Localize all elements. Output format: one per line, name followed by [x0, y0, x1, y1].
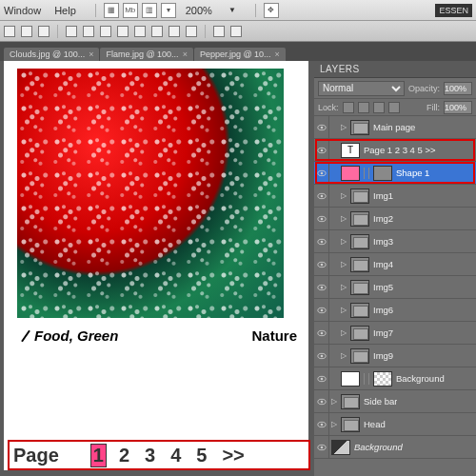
disclosure-icon[interactable]: ▷: [339, 260, 348, 268]
visibility-eye-icon[interactable]: [314, 139, 329, 161]
disclosure-icon[interactable]: ▷: [339, 214, 348, 223]
disclosure-icon[interactable]: ▷: [339, 328, 348, 337]
layer-name: Background: [396, 373, 445, 384]
tool-icon[interactable]: [4, 26, 15, 37]
layer-thumb: [331, 440, 350, 455]
visibility-eye-icon[interactable]: [314, 116, 329, 138]
menu-help[interactable]: Help: [54, 5, 76, 16]
layer-row[interactable]: ▷Side bar: [314, 390, 476, 413]
disclosure-icon[interactable]: ▷: [339, 237, 348, 246]
layer-row[interactable]: ▷Img2: [314, 208, 476, 230]
caption-right: Nature: [251, 327, 297, 344]
document-tab[interactable]: Clouds.jpg @ 100...×: [4, 48, 99, 61]
close-icon[interactable]: ×: [183, 50, 188, 59]
visibility-eye-icon[interactable]: [314, 367, 329, 389]
lock-transparent-icon[interactable]: [343, 102, 354, 113]
disclosure-icon[interactable]: ▷: [339, 283, 348, 291]
tool-icon[interactable]: [21, 26, 32, 37]
page-next[interactable]: >>: [220, 445, 246, 466]
tool-icon[interactable]: [83, 26, 94, 37]
disclosure-icon[interactable]: ▷: [339, 351, 348, 360]
hand-icon[interactable]: ✥: [264, 3, 279, 18]
layer-name: Img3: [373, 236, 393, 247]
layer-row[interactable]: Background: [314, 436, 476, 459]
minibridge-icon[interactable]: Mb: [123, 3, 138, 18]
opacity-input[interactable]: [444, 82, 472, 95]
visibility-eye-icon[interactable]: [314, 162, 329, 184]
layer-row[interactable]: TPage 1 2 3 4 5 >>: [314, 139, 476, 162]
disclosure-icon[interactable]: ▷: [339, 123, 348, 131]
lock-label: Lock:: [318, 103, 339, 112]
visibility-eye-icon[interactable]: [314, 253, 329, 275]
visibility-eye-icon[interactable]: [314, 322, 329, 344]
page-number[interactable]: 4: [169, 445, 183, 466]
arrange-icon[interactable]: ▾: [161, 3, 176, 18]
zoom-level[interactable]: 200%: [186, 5, 212, 16]
svg-point-5: [320, 171, 323, 174]
disclosure-icon[interactable]: ▷: [339, 306, 348, 314]
document-tab[interactable]: Pepper.jpg @ 10...×: [194, 48, 286, 61]
folder-icon: [350, 280, 369, 295]
layer-row[interactable]: ▷Head: [314, 413, 476, 436]
layer-name: Img2: [373, 213, 393, 224]
visibility-eye-icon[interactable]: [314, 185, 329, 207]
visibility-eye-icon[interactable]: [314, 413, 329, 435]
lock-all-icon[interactable]: [388, 102, 400, 113]
close-icon[interactable]: ×: [275, 50, 280, 59]
page-number[interactable]: 2: [117, 445, 131, 466]
lock-position-icon[interactable]: [373, 102, 385, 113]
tool-icon[interactable]: [38, 26, 50, 37]
tool-icon[interactable]: [230, 26, 242, 37]
page-number[interactable]: 5: [194, 445, 208, 466]
view-extras-icon[interactable]: ▥: [142, 3, 157, 18]
folder-icon: [341, 394, 360, 409]
disclosure-icon[interactable]: ▷: [339, 191, 348, 200]
layer-row[interactable]: ▷Img7: [314, 322, 476, 345]
layer-row[interactable]: Background: [314, 367, 476, 390]
layer-row[interactable]: ▷Img9: [314, 345, 476, 367]
canvas-area: Food, Green Nature Page 1 2 3 4 5 >>: [0, 61, 314, 476]
page-number[interactable]: 3: [143, 445, 157, 466]
visibility-eye-icon[interactable]: [314, 436, 329, 458]
close-icon[interactable]: ×: [89, 50, 93, 59]
page-number-active[interactable]: 1: [91, 445, 106, 466]
tool-icon[interactable]: [117, 26, 129, 37]
layer-row[interactable]: ▷Img3: [314, 230, 476, 253]
zoom-dropdown-icon[interactable]: ▼: [228, 6, 236, 14]
layer-row[interactable]: ▷Main page: [314, 116, 476, 139]
bridge-icon[interactable]: ▦: [104, 3, 119, 18]
svg-point-9: [320, 217, 323, 220]
menu-window[interactable]: Window: [4, 5, 41, 16]
disclosure-icon[interactable]: ▷: [329, 420, 339, 428]
tool-icon[interactable]: [186, 26, 197, 37]
layer-row[interactable]: ▷Img5: [314, 276, 476, 299]
document[interactable]: Food, Green Nature Page 1 2 3 4 5 >>: [4, 61, 308, 470]
tool-icon[interactable]: [213, 26, 225, 37]
visibility-eye-icon[interactable]: [314, 345, 329, 367]
document-tab[interactable]: Flame.jpg @ 100...×: [100, 48, 192, 61]
layer-name: Img7: [373, 327, 393, 338]
blend-mode-select[interactable]: Normal: [318, 81, 405, 96]
visibility-eye-icon[interactable]: [314, 299, 329, 321]
visibility-eye-icon[interactable]: [314, 230, 329, 252]
layer-name: Side bar: [364, 396, 397, 407]
tool-icon[interactable]: [134, 26, 146, 37]
layers-panel-title[interactable]: LAYERS: [314, 61, 476, 78]
visibility-eye-icon[interactable]: [314, 208, 329, 229]
layer-row[interactable]: ▷Img4: [314, 253, 476, 276]
disclosure-icon[interactable]: ▷: [329, 397, 339, 406]
fill-input[interactable]: [444, 101, 472, 114]
tool-icon[interactable]: [100, 26, 111, 37]
lock-pixels-icon[interactable]: [358, 102, 369, 113]
separator: [57, 25, 58, 38]
tool-icon[interactable]: [66, 26, 77, 37]
tool-icon[interactable]: [169, 26, 180, 37]
layer-row[interactable]: Shape 1: [314, 162, 476, 185]
layer-row[interactable]: ▷Img6: [314, 299, 476, 322]
tool-icon[interactable]: [151, 26, 163, 37]
options-bar: [0, 21, 476, 42]
visibility-eye-icon[interactable]: [314, 276, 329, 298]
layer-row[interactable]: ▷Img1: [314, 185, 476, 208]
workspace-label[interactable]: ESSEN: [435, 4, 472, 17]
visibility-eye-icon[interactable]: [314, 390, 329, 412]
